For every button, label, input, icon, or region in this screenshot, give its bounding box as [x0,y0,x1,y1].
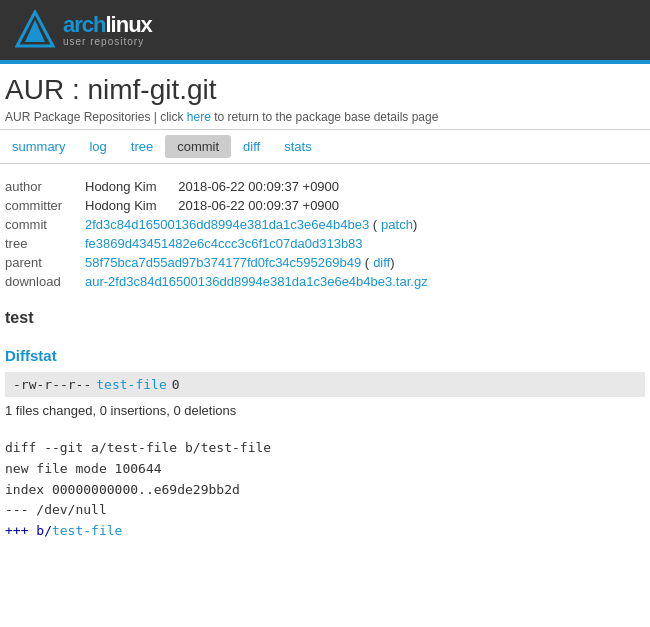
arch-logo-icon [15,10,55,50]
tree-label: tree [5,236,85,251]
commit-patch-paren: ( [373,217,377,232]
subtitle-after: to return to the package base details pa… [211,110,439,124]
diff-line-3: index 00000000000..e69de29bb2d [5,480,645,501]
return-link[interactable]: here [187,110,211,124]
committer-value: Hodong Kim 2018-06-22 00:09:37 +0900 [85,198,339,213]
parent-row: parent 58f75bca7d55ad97b374177fd0fc34c59… [5,255,645,270]
site-name: archlinux [63,14,152,36]
diff-line-2: new file mode 100644 [5,459,645,480]
main-content: author Hodong Kim 2018-06-22 00:09:37 +0… [0,164,650,557]
author-row: author Hodong Kim 2018-06-22 00:09:37 +0… [5,179,645,194]
diffstat-section: Diffstat -rw-r--r-- test-file 0 1 files … [5,347,645,418]
commit-label: commit [5,217,85,232]
commit-hash-link[interactable]: 2fd3c84d16500136dd8994e381da1c3e6e4b4be3 [85,217,369,232]
tree-value: fe3869d43451482e6c4ccc3c6f1c07da0d313b83 [85,236,363,251]
diff-add-file-link[interactable]: test-file [52,523,122,538]
commit-message: test [5,309,645,327]
diffstat-summary: 1 files changed, 0 insertions, 0 deletio… [5,403,645,418]
diff-line-1: diff --git a/test-file b/test-file [5,438,645,459]
download-link[interactable]: aur-2fd3c84d16500136dd8994e381da1c3e6e4b… [85,274,428,289]
commit-patch-link[interactable]: patch [381,217,413,232]
diffstat-title: Diffstat [5,347,645,364]
committer-label: committer [5,198,85,213]
committer-name: Hodong Kim [85,198,157,213]
tab-tree[interactable]: tree [119,135,165,158]
diff-line-5: +++ b/test-file [5,521,645,542]
author-name: Hodong Kim [85,179,157,194]
site-tagline: user repository [63,36,152,47]
diff-line-4: --- /dev/null [5,500,645,521]
page-title: AUR : nimf-git.git [5,74,645,106]
logo: archlinux user repository [15,10,152,50]
diffstat-bar: -rw-r--r-- test-file 0 [5,372,645,397]
parent-hash-link[interactable]: 58f75bca7d55ad97b374177fd0fc34c595269b49 [85,255,361,270]
diffstat-file-link[interactable]: test-file [96,377,166,392]
tree-row: tree fe3869d43451482e6c4ccc3c6f1c07da0d3… [5,236,645,251]
tab-log[interactable]: log [77,135,118,158]
parent-diff-link[interactable]: diff [373,255,390,270]
tab-diff[interactable]: diff [231,135,272,158]
author-date: 2018-06-22 00:09:37 +0900 [178,179,339,194]
commit-info: author Hodong Kim 2018-06-22 00:09:37 +0… [5,179,645,289]
arch-part: arch [63,12,105,37]
tree-hash-link[interactable]: fe3869d43451482e6c4ccc3c6f1c07da0d313b83 [85,236,363,251]
parent-label: parent [5,255,85,270]
parent-value: 58f75bca7d55ad97b374177fd0fc34c595269b49… [85,255,395,270]
linux-part: linux [105,12,151,37]
diffstat-count: 0 [172,377,180,392]
author-value: Hodong Kim 2018-06-22 00:09:37 +0900 [85,179,339,194]
tab-summary[interactable]: summary [0,135,77,158]
page-subtitle: AUR Package Repositories | click here to… [5,110,645,124]
tab-bar: summary log tree commit diff stats [0,130,650,164]
commit-hash-row: commit 2fd3c84d16500136dd8994e381da1c3e6… [5,217,645,232]
download-label: download [5,274,85,289]
tab-commit[interactable]: commit [165,135,231,158]
site-header: archlinux user repository [0,0,650,60]
page-title-section: AUR : nimf-git.git AUR Package Repositor… [0,64,650,130]
tab-stats[interactable]: stats [272,135,323,158]
committer-date: 2018-06-22 00:09:37 +0900 [178,198,339,213]
subtitle-text: AUR Package Repositories | click [5,110,187,124]
author-label: author [5,179,85,194]
file-permissions: -rw-r--r-- [13,377,91,392]
diff-content: diff --git a/test-file b/test-file new f… [5,438,645,542]
commit-hash-value: 2fd3c84d16500136dd8994e381da1c3e6e4b4be3… [85,217,417,232]
download-row: download aur-2fd3c84d16500136dd8994e381d… [5,274,645,289]
committer-row: committer Hodong Kim 2018-06-22 00:09:37… [5,198,645,213]
logo-text: archlinux user repository [63,14,152,47]
download-value: aur-2fd3c84d16500136dd8994e381da1c3e6e4b… [85,274,428,289]
